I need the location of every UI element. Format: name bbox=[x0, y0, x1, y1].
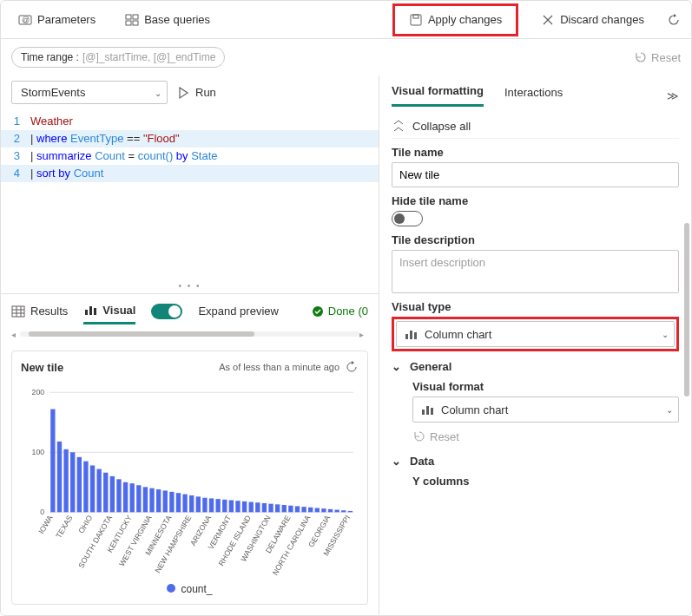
svg-rect-15 bbox=[94, 308, 96, 315]
expand-panel-icon[interactable]: ≫ bbox=[667, 89, 679, 102]
svg-text:100: 100 bbox=[32, 449, 45, 457]
svg-text:TEXAS: TEXAS bbox=[54, 514, 74, 540]
tile-name-input[interactable] bbox=[392, 162, 679, 187]
svg-rect-49 bbox=[222, 500, 227, 512]
svg-rect-3 bbox=[133, 15, 138, 19]
tab-visual[interactable]: Visual bbox=[83, 298, 135, 324]
svg-rect-28 bbox=[83, 462, 88, 513]
tab-visual-formatting[interactable]: Visual formatting bbox=[392, 84, 484, 107]
horizontal-scrollbar[interactable]: ◂ ▸ bbox=[1, 328, 379, 340]
table-icon bbox=[11, 305, 25, 318]
datasource-dropdown[interactable]: StormEvents ⌄ bbox=[11, 81, 168, 104]
visual-type-dropdown[interactable]: Column chart ⌄ bbox=[396, 321, 675, 347]
svg-text:OHIO: OHIO bbox=[76, 514, 94, 535]
svg-rect-14 bbox=[89, 306, 92, 315]
run-label: Run bbox=[195, 86, 216, 99]
svg-text:NORTH CAROLINA: NORTH CAROLINA bbox=[271, 514, 313, 577]
line-number: 4 bbox=[1, 165, 30, 182]
tab-interactions[interactable]: Interactions bbox=[504, 86, 563, 106]
tile-description-input[interactable]: Insert description bbox=[392, 250, 679, 293]
chart-icon bbox=[83, 303, 97, 317]
svg-rect-38 bbox=[149, 488, 154, 513]
chart-tile: New tile As of less than a minute ago 01… bbox=[11, 351, 368, 605]
undo-icon bbox=[634, 50, 648, 64]
svg-rect-8 bbox=[12, 306, 24, 317]
svg-rect-24 bbox=[57, 442, 62, 512]
apply-changes-button[interactable]: Apply changes bbox=[402, 8, 509, 32]
svg-rect-86 bbox=[410, 331, 412, 339]
svg-rect-85 bbox=[405, 334, 408, 339]
svg-rect-5 bbox=[133, 21, 138, 25]
base-queries-label: Base queries bbox=[144, 13, 210, 26]
parameters-label: Parameters bbox=[37, 13, 96, 26]
svg-rect-53 bbox=[249, 502, 254, 513]
chevron-down-icon: ⌄ bbox=[662, 330, 669, 339]
svg-rect-88 bbox=[422, 410, 425, 415]
tab-results[interactable]: Results bbox=[11, 299, 68, 324]
splitter-handle[interactable]: • • • bbox=[1, 281, 379, 293]
reset-button[interactable]: Reset bbox=[634, 50, 681, 64]
discard-changes-label: Discard changes bbox=[560, 13, 644, 26]
chevron-down-icon: ⌄ bbox=[392, 360, 401, 373]
svg-rect-87 bbox=[414, 332, 417, 339]
base-queries-button[interactable]: Base queries bbox=[118, 8, 217, 32]
vertical-scrollbar[interactable] bbox=[684, 223, 689, 396]
scroll-left-icon[interactable]: ◂ bbox=[11, 330, 20, 339]
svg-rect-47 bbox=[209, 499, 214, 513]
svg-rect-43 bbox=[182, 495, 187, 513]
parameters-button[interactable]: @ Parameters bbox=[11, 8, 102, 32]
expand-preview-label: Expand preview bbox=[198, 305, 279, 318]
svg-rect-31 bbox=[103, 473, 108, 513]
svg-rect-54 bbox=[255, 503, 260, 513]
tab-results-label: Results bbox=[30, 305, 68, 318]
svg-rect-61 bbox=[301, 507, 306, 512]
apply-changes-highlight: Apply changes bbox=[392, 3, 518, 36]
svg-rect-7 bbox=[413, 15, 418, 18]
svg-rect-59 bbox=[288, 506, 293, 513]
scroll-right-icon[interactable]: ▸ bbox=[359, 330, 368, 339]
svg-rect-46 bbox=[202, 498, 207, 513]
svg-rect-39 bbox=[156, 489, 161, 512]
expand-preview-toggle[interactable] bbox=[151, 304, 182, 319]
refresh-small-icon[interactable] bbox=[345, 360, 359, 374]
svg-rect-33 bbox=[116, 480, 121, 513]
visual-format-dropdown[interactable]: Column chart ⌄ bbox=[412, 396, 679, 423]
svg-rect-40 bbox=[163, 491, 168, 513]
section-general[interactable]: ⌄ General bbox=[392, 351, 679, 377]
refresh-icon[interactable] bbox=[667, 13, 681, 27]
svg-rect-32 bbox=[110, 476, 115, 512]
svg-text:200: 200 bbox=[32, 388, 45, 396]
collapse-all-button[interactable]: Collapse all bbox=[392, 114, 679, 139]
svg-rect-57 bbox=[275, 505, 280, 513]
svg-rect-27 bbox=[77, 457, 82, 513]
svg-rect-13 bbox=[85, 310, 88, 315]
svg-rect-60 bbox=[295, 507, 300, 513]
svg-rect-89 bbox=[426, 406, 429, 415]
save-icon bbox=[409, 13, 423, 27]
discard-changes-button[interactable]: Discard changes bbox=[534, 8, 651, 32]
svg-rect-44 bbox=[189, 495, 194, 512]
run-button[interactable]: Run bbox=[176, 86, 216, 100]
svg-rect-90 bbox=[431, 408, 433, 415]
play-icon bbox=[176, 86, 190, 100]
close-icon bbox=[541, 13, 555, 27]
column-chart-icon bbox=[404, 327, 418, 341]
reset-general-button[interactable]: Reset bbox=[412, 429, 459, 443]
tile-name-label: Tile name bbox=[392, 146, 679, 159]
time-range-pill[interactable]: Time range : [@]_startTime, [@]_endTime bbox=[11, 47, 225, 68]
chevron-down-icon: ⌄ bbox=[666, 405, 673, 415]
query-editor[interactable]: 1Weather 2| where EventType == "Flood" 3… bbox=[1, 109, 379, 191]
svg-rect-4 bbox=[126, 21, 131, 25]
svg-rect-51 bbox=[235, 501, 240, 513]
svg-rect-52 bbox=[242, 501, 247, 512]
chevron-down-icon: ⌄ bbox=[392, 455, 401, 468]
time-range-label: Time range : bbox=[21, 51, 79, 63]
chevron-down-icon: ⌄ bbox=[155, 88, 161, 97]
hide-tile-name-toggle[interactable] bbox=[392, 211, 423, 226]
apply-changes-label: Apply changes bbox=[428, 13, 502, 26]
visual-format-label: Visual format bbox=[412, 380, 679, 393]
svg-text:@: @ bbox=[22, 16, 30, 24]
section-data[interactable]: ⌄ Data bbox=[392, 446, 679, 471]
hide-tile-name-label: Hide tile name bbox=[392, 194, 679, 207]
check-circle-icon bbox=[311, 305, 325, 318]
